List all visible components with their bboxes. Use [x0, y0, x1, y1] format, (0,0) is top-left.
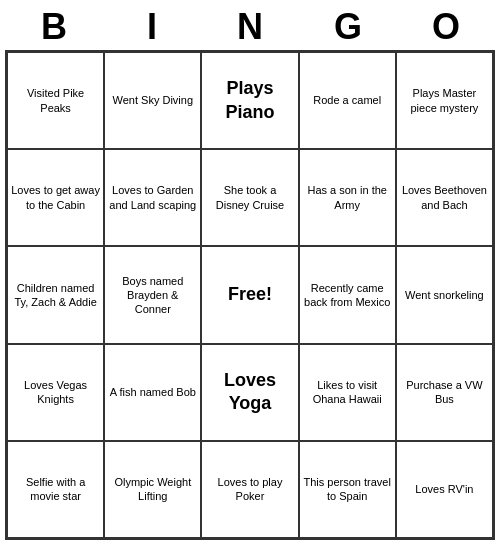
bingo-cell-14[interactable]: Went snorkeling	[396, 246, 493, 343]
bingo-cell-18[interactable]: Likes to visit Ohana Hawaii	[299, 344, 396, 441]
bingo-cell-3[interactable]: Rode a camel	[299, 52, 396, 149]
bingo-cell-9[interactable]: Loves Beethoven and Bach	[396, 149, 493, 246]
header-letter-o: O	[401, 6, 491, 48]
bingo-cell-7[interactable]: She took a Disney Cruise	[201, 149, 298, 246]
bingo-cell-13[interactable]: Recently came back from Mexico	[299, 246, 396, 343]
bingo-cell-10[interactable]: Children named Ty, Zach & Addie	[7, 246, 104, 343]
bingo-cell-19[interactable]: Purchase a VW Bus	[396, 344, 493, 441]
bingo-cell-1[interactable]: Went Sky Diving	[104, 52, 201, 149]
bingo-grid: Visited Pike PeaksWent Sky DivingPlays P…	[5, 50, 495, 540]
bingo-cell-22[interactable]: Loves to play Poker	[201, 441, 298, 538]
header-letter-b: B	[9, 6, 99, 48]
bingo-cell-20[interactable]: Selfie with a movie star	[7, 441, 104, 538]
bingo-cell-8[interactable]: Has a son in the Army	[299, 149, 396, 246]
bingo-cell-0[interactable]: Visited Pike Peaks	[7, 52, 104, 149]
bingo-cell-21[interactable]: Olympic Weight Lifting	[104, 441, 201, 538]
bingo-cell-16[interactable]: A fish named Bob	[104, 344, 201, 441]
bingo-cell-24[interactable]: Loves RV'in	[396, 441, 493, 538]
bingo-cell-4[interactable]: Plays Master piece mystery	[396, 52, 493, 149]
bingo-cell-23[interactable]: This person travel to Spain	[299, 441, 396, 538]
bingo-cell-5[interactable]: Loves to get away to the Cabin	[7, 149, 104, 246]
header-letter-n: N	[205, 6, 295, 48]
bingo-header: BINGO	[5, 0, 495, 50]
bingo-cell-11[interactable]: Boys named Brayden & Conner	[104, 246, 201, 343]
free-cell[interactable]: Free!	[201, 246, 298, 343]
bingo-cell-6[interactable]: Loves to Garden and Land scaping	[104, 149, 201, 246]
bingo-cell-17[interactable]: Loves Yoga	[201, 344, 298, 441]
header-letter-g: G	[303, 6, 393, 48]
header-letter-i: I	[107, 6, 197, 48]
bingo-cell-2[interactable]: Plays Piano	[201, 52, 298, 149]
bingo-cell-15[interactable]: Loves Vegas Knights	[7, 344, 104, 441]
